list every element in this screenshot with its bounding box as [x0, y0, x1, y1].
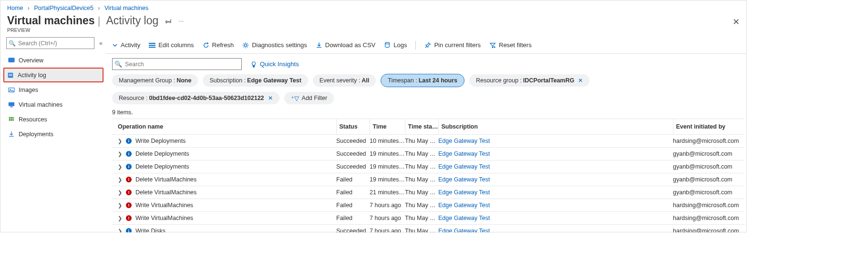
table-row[interactable]: ❯iWrite DeploymentsSucceeded10 minutes …… [112, 135, 744, 148]
expand-row-icon[interactable]: ❯ [118, 164, 122, 170]
filter-value: Last 24 hours [419, 77, 457, 84]
svg-rect-3 [9, 74, 12, 74]
quick-insights-label: Quick Insights [260, 60, 299, 68]
breadcrumb-device[interactable]: PortalPhysicalDevice5 [34, 5, 93, 11]
subscription-link[interactable]: Edge Gateway Test [438, 138, 490, 144]
subscription-link[interactable]: Edge Gateway Test [438, 228, 490, 232]
expand-row-icon[interactable]: ❯ [118, 177, 122, 183]
search-input[interactable] [124, 60, 241, 68]
expand-row-icon[interactable]: ❯ [118, 138, 122, 144]
lightbulb-icon [250, 61, 257, 68]
filter-value: 0bd1fdee-cd02-4d0b-53aa-50623d102122 [149, 95, 264, 101]
filter-severity[interactable]: Event severity : All [313, 74, 376, 87]
breadcrumb-home[interactable]: Home [7, 5, 23, 11]
cell-initiated-by: gyanb@microsoft.com [673, 173, 744, 186]
table-row[interactable]: ❯!Delete VirtualMachinesFailed21 minutes… [112, 186, 744, 199]
cell-ts: Thu May 27… [405, 148, 438, 160]
operation-name: Delete Deployments [135, 150, 189, 157]
expand-row-icon[interactable]: ❯ [118, 215, 122, 221]
filter-resource-group[interactable]: Resource group : IDCPortalTeamRG ✕ [469, 74, 589, 87]
svg-rect-10 [11, 117, 13, 119]
sidebar-item-deployments[interactable]: Deployments [0, 127, 105, 141]
main-panel: Activity Edit columns Refresh Diagnostic… [105, 36, 746, 228]
collapse-sidebar-button[interactable]: « [99, 40, 103, 47]
edit-columns-button[interactable]: Edit columns [149, 41, 194, 49]
subscription-link[interactable]: Edge Gateway Test [438, 189, 490, 196]
subscription-link[interactable]: Edge Gateway Test [438, 176, 490, 183]
quick-insights-link[interactable]: Quick Insights [250, 60, 299, 68]
pin-filters-button[interactable]: Pin current filters [424, 41, 481, 49]
sidebar-item-label: Images [19, 87, 38, 93]
table-row[interactable]: ❯iDelete DeploymentsSucceeded19 minutes … [112, 148, 744, 160]
gear-icon [242, 42, 249, 49]
sidebar-item-overview[interactable]: Overview [0, 53, 105, 68]
subscription-link[interactable]: Edge Gateway Test [438, 215, 490, 221]
add-filter-label: Add Filter [302, 95, 328, 101]
filter-label: Resource : [119, 95, 147, 101]
search-icon: 🔍 [113, 60, 124, 68]
logs-button[interactable]: Logs [384, 41, 407, 49]
download-icon [316, 42, 322, 49]
col-subscription[interactable]: Subscription [438, 119, 673, 135]
sidebar-search[interactable]: 🔍 [6, 37, 94, 49]
expand-row-icon[interactable]: ❯ [118, 151, 122, 157]
cell-status: Failed [336, 212, 370, 225]
col-operation[interactable]: Operation name [112, 119, 336, 135]
download-csv-button[interactable]: Download as CSV [316, 41, 376, 49]
filter-subscription[interactable]: Subscription : Edge Gateway Test [203, 74, 308, 87]
diagnostics-settings-button[interactable]: Diagnostics settings [242, 41, 307, 49]
svg-rect-8 [10, 106, 12, 107]
expand-row-icon[interactable]: ❯ [118, 228, 122, 233]
sidebar-item-resources[interactable]: Resources [0, 112, 105, 127]
cell-initiated-by: gyanb@microsoft.com [673, 160, 744, 173]
sidebar-item-virtual-machines[interactable]: Virtual machines [0, 97, 105, 112]
sidebar-search-input[interactable] [17, 40, 94, 47]
breadcrumb-vm[interactable]: Virtual machines [104, 5, 148, 11]
filter-label: Event severity : [320, 77, 360, 84]
search-box[interactable]: 🔍 [112, 58, 242, 70]
sidebar-item-images[interactable]: Images [0, 82, 105, 97]
expand-row-icon[interactable]: ❯ [118, 202, 122, 209]
cell-time: 7 hours ago [370, 199, 405, 212]
operation-name: Write Deployments [135, 138, 186, 144]
col-initiated-by[interactable]: Event initiated by [673, 119, 744, 135]
sidebar-item-activity-log[interactable]: Activity log [3, 68, 103, 82]
col-status[interactable]: Status [336, 119, 370, 135]
pin-blade-button[interactable] [165, 18, 172, 24]
more-button[interactable]: ··· [178, 17, 184, 24]
filter-resource[interactable]: Resource : 0bd1fdee-cd02-4d0b-53aa-50623… [112, 92, 279, 104]
cell-ts: Thu May 27… [405, 199, 438, 212]
filter-timespan[interactable]: Timespan : Last 24 hours [381, 74, 465, 87]
add-filter-icon: ⁺▽ [291, 95, 299, 102]
col-time[interactable]: Time [370, 119, 405, 135]
expand-row-icon[interactable]: ❯ [118, 190, 122, 196]
filter-mgmt-group[interactable]: Management Group : None [112, 74, 198, 87]
col-timestamp[interactable]: Time stamp [405, 119, 438, 135]
refresh-button[interactable]: Refresh [203, 41, 234, 49]
table-row[interactable]: ❯!Write VirtualMachinesFailed7 hours ago… [112, 212, 744, 225]
table-row[interactable]: ❯!Delete VirtualMachinesFailed19 minutes… [112, 173, 744, 186]
status-icon: i [126, 228, 132, 232]
table-row[interactable]: ❯iWrite DisksSucceeded7 hours agoThu May… [112, 225, 744, 233]
close-blade-button[interactable]: ✕ [733, 17, 740, 27]
subscription-link[interactable]: Edge Gateway Test [438, 202, 490, 209]
subscription-link[interactable]: Edge Gateway Test [438, 150, 490, 157]
add-filter-button[interactable]: ⁺▽ Add Filter [284, 92, 334, 104]
sidebar-item-label: Overview [19, 57, 43, 64]
cell-initiated-by: hardsing@microsoft.com [673, 212, 744, 225]
sidebar-item-label: Resources [19, 116, 47, 123]
filter-label: Management Group : [119, 77, 175, 84]
table-row[interactable]: ❯!Write VirtualMachinesFailed7 hours ago… [112, 199, 744, 212]
status-icon: i [126, 138, 132, 144]
reset-filters-button[interactable]: Reset filters [489, 41, 532, 49]
remove-filter-icon[interactable]: ✕ [578, 77, 583, 84]
table-header-row: Operation name Status Time Time stamp Su… [112, 119, 744, 135]
remove-filter-icon[interactable]: ✕ [268, 95, 273, 101]
toolbar-label: Pin current filters [434, 41, 481, 49]
refresh-icon [203, 42, 209, 49]
activity-dropdown[interactable]: Activity [112, 41, 140, 49]
table-row[interactable]: ❯iDelete DeploymentsSucceeded19 minutes … [112, 160, 744, 173]
images-icon [8, 87, 19, 93]
operation-name: Delete VirtualMachines [135, 176, 196, 183]
subscription-link[interactable]: Edge Gateway Test [438, 163, 490, 170]
